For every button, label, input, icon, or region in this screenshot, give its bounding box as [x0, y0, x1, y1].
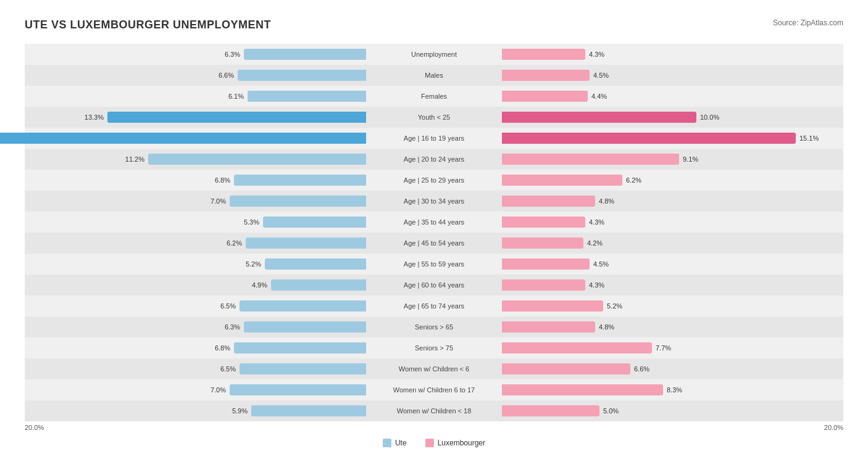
- right-value: 9.1%: [683, 155, 698, 163]
- chart-row: 4.9% Age | 60 to 64 years 4.3%: [25, 275, 843, 295]
- center-label: Youth < 25: [366, 114, 502, 121]
- chart-row: 6.2% Age | 45 to 54 years 4.2%: [25, 233, 843, 254]
- center-label: Women w/ Children 6 to 17: [366, 386, 502, 394]
- right-value: 8.3%: [667, 386, 682, 394]
- left-value: 13.3%: [85, 114, 104, 121]
- right-bar: [502, 112, 696, 123]
- right-value: 4.8%: [599, 323, 614, 331]
- left-section: 19.6%: [25, 128, 366, 149]
- chart-row: 19.6% Age | 16 to 19 years 15.1%: [25, 128, 843, 149]
- left-value: 5.9%: [232, 407, 248, 415]
- left-value: 4.9%: [252, 281, 267, 289]
- chart-row: 6.3% Seniors > 65 4.8%: [25, 316, 843, 337]
- right-bar: [502, 300, 603, 312]
- left-bar: [0, 133, 366, 144]
- right-bar: [502, 49, 585, 60]
- chart-row: 6.6% Males 4.5%: [25, 65, 843, 86]
- chart-row: 5.3% Age | 35 to 44 years 4.3%: [25, 212, 843, 233]
- left-bar: [107, 112, 366, 123]
- center-label: Age | 20 to 24 years: [366, 155, 502, 163]
- chart-container: UTE VS LUXEMBOURGER UNEMPLOYMENT Source:…: [12, 12, 856, 453]
- center-label: Unemployment: [366, 51, 502, 58]
- right-bar: [502, 238, 583, 249]
- left-section: 13.3%: [25, 107, 366, 128]
- right-bar: [502, 217, 585, 228]
- center-label: Age | 65 to 74 years: [366, 302, 502, 310]
- left-bar: [251, 405, 366, 416]
- legend: Ute Luxembourger: [25, 439, 843, 447]
- right-section: 10.0%: [502, 107, 843, 128]
- chart-title: UTE VS LUXEMBOURGER UNEMPLOYMENT: [25, 19, 271, 31]
- right-section: 4.8%: [502, 191, 843, 212]
- right-bar: [502, 175, 622, 186]
- right-value: 7.7%: [656, 344, 671, 352]
- left-bar: [240, 363, 366, 374]
- left-section: 11.2%: [25, 149, 366, 170]
- chart-row: 6.5% Women w/ Children < 6 6.6%: [25, 358, 843, 379]
- right-bar: [502, 70, 590, 81]
- legend-luxembourger-label: Luxembourger: [438, 439, 485, 447]
- right-section: 4.3%: [502, 212, 843, 233]
- center-label: Age | 16 to 19 years: [366, 134, 502, 142]
- left-section: 7.0%: [25, 191, 366, 212]
- chart-row: 6.3% Unemployment 4.3%: [25, 44, 843, 65]
- right-section: 4.5%: [502, 254, 843, 275]
- left-value: 5.3%: [244, 218, 259, 226]
- chart-row: 5.2% Age | 55 to 59 years 4.5%: [25, 254, 843, 275]
- chart-row: 11.2% Age | 20 to 24 years 9.1%: [25, 149, 843, 170]
- center-label: Age | 60 to 64 years: [366, 281, 502, 289]
- left-section: 6.6%: [25, 65, 366, 86]
- left-bar: [234, 175, 366, 186]
- center-label: Age | 25 to 29 years: [366, 176, 502, 184]
- center-label: Seniors > 65: [366, 323, 502, 331]
- right-value: 5.0%: [603, 407, 619, 415]
- chart-row: 6.1% Females 4.4%: [25, 86, 843, 107]
- right-value: 4.4%: [591, 93, 607, 100]
- right-value: 15.1%: [799, 134, 819, 142]
- right-section: 8.3%: [502, 379, 843, 400]
- left-value: 6.6%: [219, 72, 234, 79]
- right-bar: [502, 91, 588, 102]
- left-value: 6.3%: [225, 323, 240, 331]
- left-section: 6.3%: [25, 44, 366, 65]
- chart-row: 5.9% Women w/ Children < 18 5.0%: [25, 400, 843, 421]
- right-bar: [502, 342, 652, 353]
- center-label: Age | 45 to 54 years: [366, 239, 502, 247]
- center-label: Males: [366, 72, 502, 79]
- right-section: 6.2%: [502, 170, 843, 191]
- left-value: 6.5%: [220, 365, 236, 373]
- right-value: 4.2%: [587, 239, 603, 247]
- right-section: 15.1%: [502, 128, 843, 149]
- left-bar: [148, 154, 366, 165]
- left-value: 6.3%: [225, 51, 240, 58]
- center-label: Age | 30 to 34 years: [366, 197, 502, 205]
- right-value: 4.3%: [589, 281, 604, 289]
- left-bar: [238, 70, 366, 81]
- center-label: Women w/ Children < 6: [366, 365, 502, 373]
- chart-row: 7.0% Women w/ Children 6 to 17 8.3%: [25, 379, 843, 400]
- right-section: 4.2%: [502, 233, 843, 254]
- legend-ute-label: Ute: [395, 439, 407, 447]
- chart-rows: 6.3% Unemployment 4.3% 6.6% Males 4.5%: [25, 44, 843, 421]
- right-bar: [502, 363, 630, 374]
- right-section: 5.2%: [502, 295, 843, 316]
- right-bar: [502, 196, 595, 207]
- left-section: 5.3%: [25, 212, 366, 233]
- chart-row: 6.8% Age | 25 to 29 years 6.2%: [25, 170, 843, 191]
- center-label: Women w/ Children < 18: [366, 407, 502, 415]
- right-section: 6.6%: [502, 358, 843, 379]
- left-bar: [230, 384, 366, 395]
- right-value: 4.8%: [599, 197, 614, 205]
- left-section: 5.2%: [25, 254, 366, 275]
- right-bar: [502, 279, 585, 291]
- left-value: 6.5%: [220, 302, 236, 310]
- right-bar: [502, 321, 595, 333]
- left-value: 5.2%: [246, 260, 261, 268]
- right-value: 4.5%: [593, 260, 609, 268]
- left-value: 11.2%: [125, 155, 144, 163]
- left-section: 6.2%: [25, 233, 366, 254]
- left-value: 6.8%: [215, 344, 230, 352]
- axis-left: 20.0%: [25, 424, 44, 431]
- left-value: 7.0%: [211, 197, 226, 205]
- right-value: 6.6%: [634, 365, 649, 373]
